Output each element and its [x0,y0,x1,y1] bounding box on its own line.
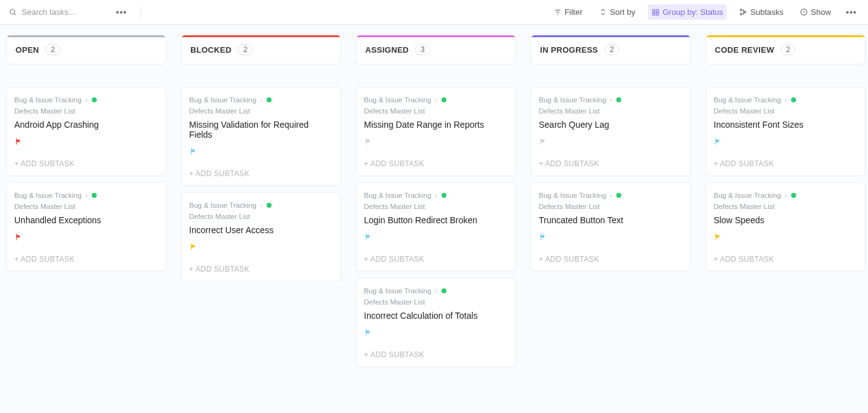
filter-icon [554,8,562,16]
chevron-right-icon: › [260,202,263,209]
add-subtask-button[interactable]: + ADD SUBTASK [539,255,599,264]
breadcrumb-project[interactable]: Bug & Issue Tracking [364,192,432,199]
breadcrumb-list[interactable]: Defects Master List [364,107,425,115]
list-status-dot-icon [616,193,621,198]
breadcrumb-list[interactable]: Defects Master List [714,203,774,210]
sort-button[interactable]: Sort by [595,4,639,20]
filter-label: Filter [565,7,583,17]
filter-button[interactable]: Filter [550,4,587,20]
card-list: Bug & Issue Tracking › Defects Master Li… [6,87,166,272]
column-title: ASSIGNED [365,45,409,55]
task-card[interactable]: Bug & Issue Tracking › Defects Master Li… [706,182,866,272]
search-icon [9,8,17,16]
breadcrumb-list[interactable]: Defects Master List [364,203,425,210]
add-subtask-button[interactable]: + ADD SUBTASK [189,169,249,178]
flag-row [14,137,158,147]
breadcrumb-list[interactable]: Defects Master List [14,107,75,115]
task-title: Slow Speeds [714,215,857,225]
breadcrumb-list[interactable]: Defects Master List [539,107,600,115]
column-count-badge: 2 [237,44,253,55]
more-icon[interactable]: ••• [113,5,130,20]
column-count-badge: 2 [45,44,61,55]
flag-row [364,137,508,147]
breadcrumb-project[interactable]: Bug & Issue Tracking [539,96,606,104]
list-status-dot-icon [791,97,796,102]
overflow-icon[interactable]: ••• [843,5,859,20]
breadcrumb-list[interactable]: Defects Master List [189,107,250,115]
breadcrumb-project[interactable]: Bug & Issue Tracking [189,202,257,209]
breadcrumb-project[interactable]: Bug & Issue Tracking [364,96,432,104]
breadcrumb-project[interactable]: Bug & Issue Tracking [14,192,82,199]
priority-flag-icon [14,233,23,241]
task-card[interactable]: Bug & Issue Tracking › Defects Master Li… [531,87,691,176]
task-card[interactable]: Bug & Issue Tracking › Defects Master Li… [531,182,691,272]
group-button[interactable]: Group by: Status [648,4,727,20]
subtasks-icon [739,8,747,16]
breadcrumb-project[interactable]: Bug & Issue Tracking [189,96,257,104]
svg-point-11 [745,11,746,13]
add-subtask-button[interactable]: + ADD SUBTASK [14,255,74,264]
breadcrumb-project[interactable]: Bug & Issue Tracking [714,192,781,199]
task-card[interactable]: Bug & Issue Tracking › Defects Master Li… [706,87,866,176]
chevron-right-icon: › [610,96,613,104]
divider [141,7,141,18]
breadcrumb-list[interactable]: Defects Master List [714,107,774,115]
task-card[interactable]: Bug & Issue Tracking › Defects Master Li… [6,182,166,272]
priority-flag-icon [189,147,198,156]
task-card[interactable]: Bug & Issue Tracking › Defects Master Li… [181,87,341,186]
show-button[interactable]: Show [796,4,835,20]
task-title: Inconsistent Font Sizes [714,120,857,130]
breadcrumb-list[interactable]: Defects Master List [539,203,600,210]
breadcrumb-project[interactable]: Bug & Issue Tracking [14,96,82,104]
breadcrumb-list[interactable]: Defects Master List [364,298,425,306]
column-header[interactable]: BLOCKED 2 [181,35,341,64]
task-card[interactable]: Bug & Issue Tracking › Defects Master Li… [6,87,166,176]
svg-rect-6 [656,9,658,12]
task-card[interactable]: Bug & Issue Tracking › Defects Master Li… [356,87,516,176]
toolbar-left: ••• [9,5,141,20]
search-input[interactable] [22,7,108,17]
task-card[interactable]: Bug & Issue Tracking › Defects Master Li… [181,192,341,282]
add-subtask-button[interactable]: + ADD SUBTASK [539,159,599,168]
column-header[interactable]: ASSIGNED 3 [356,35,516,64]
add-subtask-button[interactable]: + ADD SUBTASK [714,255,774,264]
priority-flag-icon [364,233,373,241]
breadcrumb-project[interactable]: Bug & Issue Tracking [714,96,781,104]
board: OPEN 2 Bug & Issue Tracking › Defects Ma… [0,25,868,377]
svg-rect-7 [652,13,655,16]
breadcrumb-project[interactable]: Bug & Issue Tracking [364,287,432,295]
column-header[interactable]: OPEN 2 [6,35,166,64]
chevron-right-icon: › [86,192,88,199]
list-status-dot-icon [616,97,621,102]
breadcrumb-list[interactable]: Defects Master List [14,203,75,210]
add-subtask-button[interactable]: + ADD SUBTASK [14,159,74,168]
task-card[interactable]: Bug & Issue Tracking › Defects Master Li… [356,278,516,367]
priority-flag-icon [364,137,373,146]
add-subtask-button[interactable]: + ADD SUBTASK [364,255,424,264]
task-title: Incorrect Calculation of Totals [364,311,508,321]
breadcrumb: Bug & Issue Tracking › Defects Master Li… [714,96,857,115]
breadcrumb-project[interactable]: Bug & Issue Tracking [539,192,606,199]
column-count-badge: 2 [604,44,620,55]
add-subtask-button[interactable]: + ADD SUBTASK [364,159,424,168]
card-list: Bug & Issue Tracking › Defects Master Li… [706,87,866,272]
column-header[interactable]: IN PROGRESS 2 [531,35,691,64]
flag-row [189,147,333,157]
chevron-right-icon: › [785,96,787,104]
add-subtask-button[interactable]: + ADD SUBTASK [364,350,424,359]
add-subtask-button[interactable]: + ADD SUBTASK [714,159,774,168]
task-title: Android App Crashing [14,120,158,130]
add-subtask-button[interactable]: + ADD SUBTASK [189,265,249,273]
task-title: Login Button Redirect Broken [364,215,508,225]
toolbar-right: Filter Sort by Group by: Status Subtasks… [550,4,859,20]
task-title: Missing Validation for Required Fields [189,120,333,140]
flag-row [189,242,333,252]
chevron-right-icon: › [785,192,787,199]
breadcrumb: Bug & Issue Tracking › Defects Master Li… [539,192,683,210]
subtasks-button[interactable]: Subtasks [735,4,787,20]
subtasks-label: Subtasks [750,7,783,17]
task-card[interactable]: Bug & Issue Tracking › Defects Master Li… [356,182,516,272]
breadcrumb-list[interactable]: Defects Master List [189,213,250,220]
task-title: Missing Date Range in Reports [364,120,508,130]
column-header[interactable]: CODE REVIEW 2 [706,35,866,64]
